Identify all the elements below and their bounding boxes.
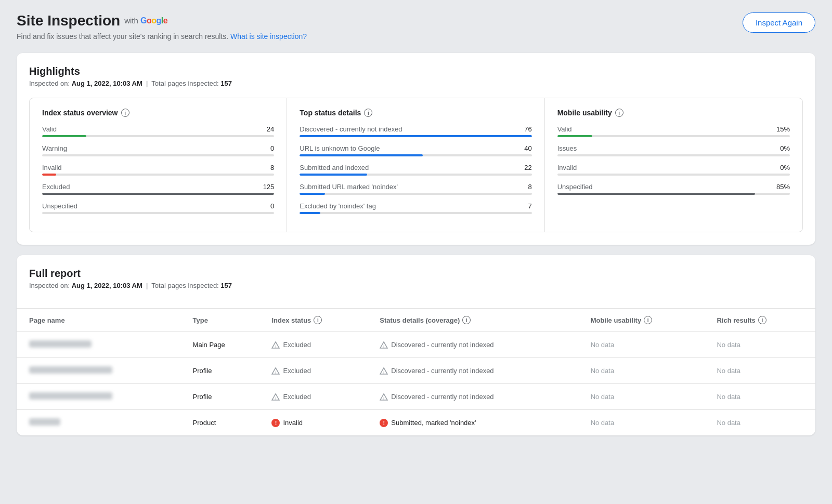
index-status-info-icon[interactable]: i	[121, 109, 129, 117]
cell-rich-results: No data	[708, 410, 815, 436]
svg-text:!: !	[383, 344, 384, 348]
header-left: Site Inspection with Google Find and fix…	[17, 12, 307, 41]
mobile-usability-info-icon[interactable]: i	[615, 109, 623, 117]
highlights-title: Highlights	[29, 65, 803, 77]
top-status-title: Top status details i	[300, 109, 531, 117]
cell-type: Product	[185, 410, 264, 436]
rich-results-col-info-icon[interactable]: i	[758, 316, 766, 324]
table-row: Profile ! Excluded !	[17, 384, 815, 410]
index-unspecified-row: Unspecified 0	[42, 202, 274, 214]
table-header-row: Page name Type Index status i Status det…	[17, 309, 815, 332]
cell-status-details: ! Discovered - currently not indexed	[371, 384, 582, 410]
col-rich-results: Rich results i	[708, 309, 815, 332]
excluded-triangle-icon: !	[271, 393, 280, 401]
col-index-status: Index status i	[263, 309, 371, 332]
cell-type: Profile	[185, 384, 264, 410]
highlights-grid: Index status overview i Valid 24 Warning…	[29, 98, 803, 232]
svg-text:!: !	[275, 344, 276, 348]
full-report-header: Full report Inspected on: Aug 1, 2022, 1…	[17, 255, 815, 308]
mobile-invalid-row: Invalid 0%	[557, 164, 790, 176]
full-report-title: Full report	[29, 268, 803, 280]
highlights-card: Highlights Inspected on: Aug 1, 2022, 10…	[17, 53, 815, 245]
cell-rich-results: No data	[708, 332, 815, 358]
cell-rich-results: No data	[708, 358, 815, 384]
excluded-triangle-icon: !	[271, 341, 280, 349]
mobile-col-info-icon[interactable]: i	[644, 316, 652, 324]
cell-page-name	[17, 384, 185, 410]
excluded-triangle-icon: !	[271, 367, 280, 375]
cell-rich-results: No data	[708, 384, 815, 410]
with-google-text: with Google	[124, 16, 167, 25]
index-status-col-info-icon[interactable]: i	[314, 316, 322, 324]
cell-mobile-usability: No data	[582, 358, 709, 384]
top-status-0-row: Discovered - currently not indexed 76	[300, 125, 531, 137]
excluded-triangle-icon: !	[380, 367, 388, 375]
index-status-title: Index status overview i	[42, 109, 274, 117]
mobile-issues-row: Issues 0%	[557, 144, 790, 156]
top-status-info-icon[interactable]: i	[364, 109, 372, 117]
index-status-section: Index status overview i Valid 24 Warning…	[30, 98, 287, 232]
cell-page-name	[17, 332, 185, 358]
svg-text:!: !	[275, 396, 276, 400]
svg-text:!: !	[275, 370, 276, 374]
top-status-section: Top status details i Discovered - curren…	[287, 98, 544, 232]
inspect-again-button[interactable]: Inspect Again	[743, 12, 815, 33]
excluded-triangle-icon: !	[380, 393, 388, 401]
cell-mobile-usability: No data	[582, 410, 709, 436]
table-row: Product ! Invalid ! Submitted, marked 'n…	[17, 410, 815, 436]
cell-mobile-usability: No data	[582, 332, 709, 358]
cell-type: Profile	[185, 358, 264, 384]
cell-page-name	[17, 358, 185, 384]
table-row: Profile ! Excluded !	[17, 358, 815, 384]
mobile-unspecified-row: Unspecified 85%	[557, 183, 790, 195]
cell-index-status: ! Excluded	[263, 384, 371, 410]
cell-mobile-usability: No data	[582, 384, 709, 410]
page-header: Site Inspection with Google Find and fix…	[17, 12, 815, 41]
top-status-1-row: URL is unknown to Google 40	[300, 144, 531, 156]
highlights-subtitle: Inspected on: Aug 1, 2022, 10:03 AM | To…	[29, 79, 803, 87]
index-warning-row: Warning 0	[42, 144, 274, 156]
svg-text:!: !	[383, 370, 384, 374]
cell-index-status: ! Invalid	[263, 410, 371, 436]
full-report-table: Page name Type Index status i Status det…	[17, 308, 815, 435]
svg-text:!: !	[383, 396, 384, 400]
google-logo: Google	[140, 16, 167, 25]
cell-status-details: ! Submitted, marked 'noindex'	[371, 410, 582, 436]
cell-type: Main Page	[185, 332, 264, 358]
status-details-col-info-icon[interactable]: i	[462, 316, 471, 324]
cell-status-details: ! Discovered - currently not indexed	[371, 332, 582, 358]
page-subtitle: Find and fix issues that affect your sit…	[17, 32, 307, 41]
invalid-circle-icon: !	[271, 419, 280, 427]
table-row: Main Page ! Excluded !	[17, 332, 815, 358]
top-status-2-row: Submitted and indexed 22	[300, 164, 531, 176]
index-invalid-row: Invalid 8	[42, 164, 274, 176]
col-type: Type	[185, 309, 264, 332]
mobile-usability-title: Mobile usability i	[557, 109, 790, 117]
cell-index-status: ! Excluded	[263, 358, 371, 384]
mobile-valid-row: Valid 15%	[557, 125, 790, 137]
invalid-circle-icon: !	[380, 419, 388, 427]
cell-status-details: ! Discovered - currently not indexed	[371, 358, 582, 384]
excluded-triangle-icon: !	[380, 341, 388, 349]
index-valid-row: Valid 24	[42, 125, 274, 137]
cell-index-status: ! Excluded	[263, 332, 371, 358]
header-title-row: Site Inspection with Google	[17, 12, 307, 29]
top-status-4-row: Excluded by 'noindex' tag 7	[300, 202, 531, 214]
page-title: Site Inspection	[17, 12, 120, 29]
what-is-site-inspection-link[interactable]: What is site inspection?	[230, 32, 307, 41]
index-excluded-row: Excluded 125	[42, 183, 274, 195]
mobile-usability-section: Mobile usability i Valid 15% Issues 0%	[545, 98, 802, 232]
col-page-name: Page name	[17, 309, 185, 332]
full-report-card: Full report Inspected on: Aug 1, 2022, 1…	[17, 255, 815, 435]
col-mobile-usability: Mobile usability i	[582, 309, 709, 332]
col-status-details: Status details (coverage) i	[371, 309, 582, 332]
full-report-subtitle: Inspected on: Aug 1, 2022, 10:03 AM | To…	[29, 282, 803, 289]
top-status-3-row: Submitted URL marked 'noindex' 8	[300, 183, 531, 195]
cell-page-name	[17, 410, 185, 436]
